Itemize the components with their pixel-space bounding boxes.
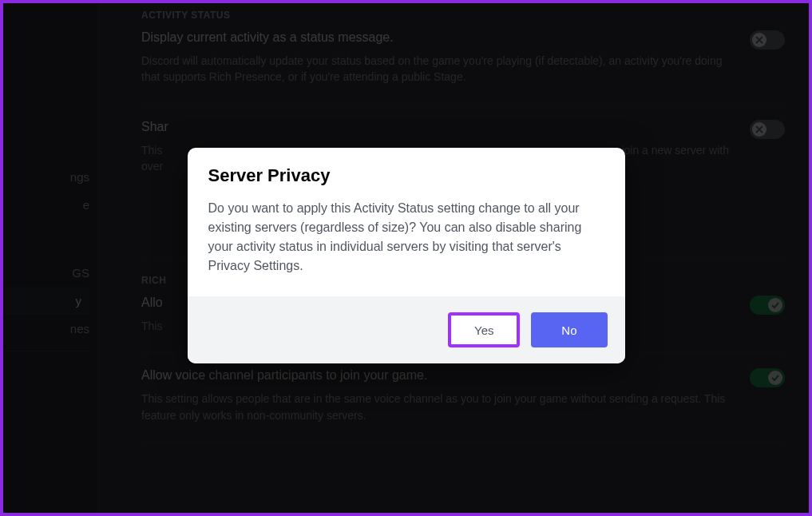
no-button[interactable]: No [531,312,607,347]
modal-footer: Yes No [188,296,625,363]
modal-title: Server Privacy [208,165,604,186]
modal-overlay[interactable]: Server Privacy Do you want to apply this… [3,3,809,513]
yes-button[interactable]: Yes [448,312,520,347]
server-privacy-modal: Server Privacy Do you want to apply this… [188,148,625,363]
modal-text: Do you want to apply this Activity Statu… [208,199,604,276]
